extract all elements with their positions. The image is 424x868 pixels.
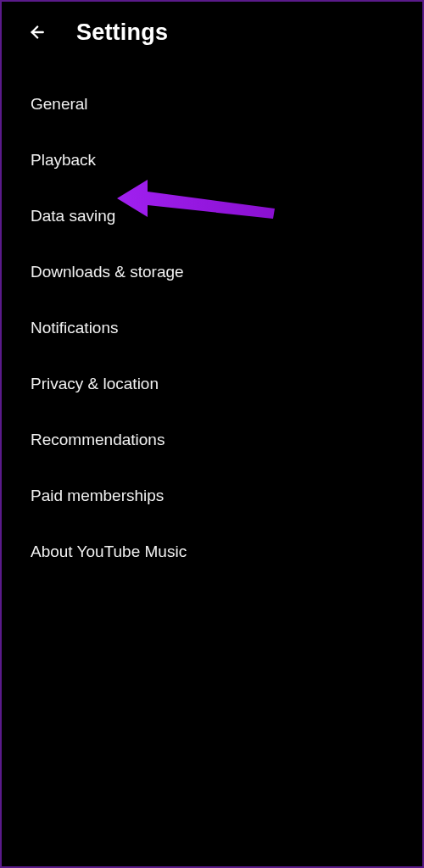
menu-item-paid-memberships[interactable]: Paid memberships	[2, 468, 422, 524]
menu-item-about[interactable]: About YouTube Music	[2, 524, 422, 580]
menu-item-recommendations[interactable]: Recommendations	[2, 412, 422, 468]
menu-item-privacy-location[interactable]: Privacy & location	[2, 356, 422, 412]
back-arrow-icon	[25, 21, 47, 43]
header: Settings	[2, 2, 422, 66]
menu-item-downloads-storage[interactable]: Downloads & storage	[2, 244, 422, 300]
menu-item-playback[interactable]: Playback	[2, 132, 422, 188]
menu-item-general[interactable]: General	[2, 76, 422, 132]
settings-menu: General Playback Data saving Downloads &…	[2, 66, 422, 590]
page-title: Settings	[76, 19, 168, 46]
back-button[interactable]	[22, 19, 49, 46]
menu-item-notifications[interactable]: Notifications	[2, 300, 422, 356]
menu-item-data-saving[interactable]: Data saving	[2, 188, 422, 244]
